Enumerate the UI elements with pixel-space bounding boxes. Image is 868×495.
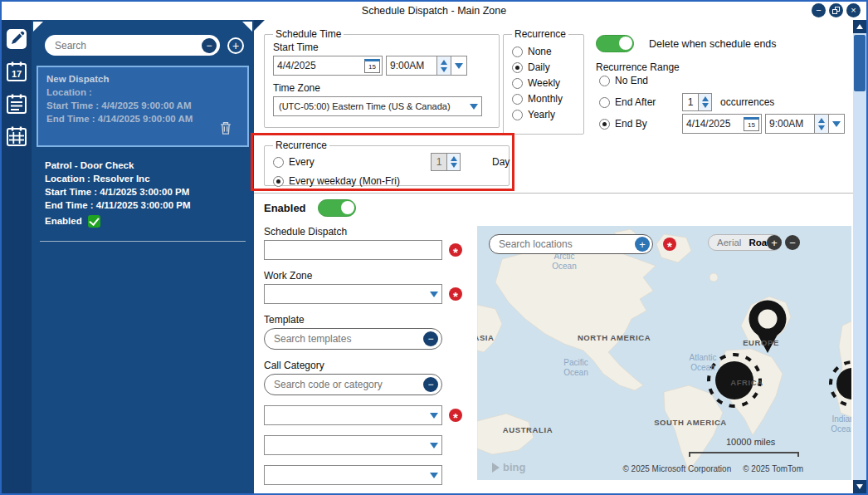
calendar-badge: 17 xyxy=(12,69,22,79)
section-divider xyxy=(254,193,853,194)
start-time-dropdown-button[interactable] xyxy=(451,56,467,76)
map-zoom-out-button[interactable]: − xyxy=(785,235,800,250)
minimize-button[interactable]: − xyxy=(812,3,826,17)
spin-up-icon[interactable] xyxy=(451,156,457,161)
window-controls: − × xyxy=(812,3,861,17)
priority-select[interactable] xyxy=(264,405,442,425)
work-zone-select[interactable] xyxy=(264,284,442,304)
location-map[interactable]: Arctic Ocean ASIA NORTH AMERICA Pacific … xyxy=(477,226,851,480)
toggle-knob xyxy=(341,201,354,214)
dispatch-item-start: Start Time : 4/1/2025 3:00:00 PM xyxy=(45,185,241,198)
restore-button[interactable] xyxy=(829,3,843,17)
chevron-down-icon xyxy=(430,473,438,478)
pattern-option-every[interactable]: Every xyxy=(273,156,315,168)
radio-label: End By xyxy=(615,118,647,130)
schedule-dispatch-input[interactable] xyxy=(265,244,441,256)
template-search-input[interactable] xyxy=(274,333,423,345)
spin-up-icon[interactable] xyxy=(702,96,709,101)
recurrence-option-none[interactable]: None xyxy=(512,46,575,57)
end-by-date-field[interactable]: 15 xyxy=(682,114,762,134)
dispatch-list-item[interactable]: Patrol - Door Check Location : Resolver … xyxy=(37,154,249,233)
recurrence-type-group: Recurrence None Daily Weekly Monthly xyxy=(503,28,584,135)
end-by-date-input[interactable] xyxy=(683,118,744,130)
required-icon: * xyxy=(663,238,676,251)
bing-logo: bing xyxy=(492,461,525,473)
scrollbar-thumb[interactable] xyxy=(854,35,866,91)
add-dispatch-button[interactable]: + xyxy=(227,37,244,54)
item-enabled-label: Enabled xyxy=(45,214,82,228)
occurrences-stepper[interactable]: 1 xyxy=(682,93,712,111)
panel-collapse-handle-left-icon[interactable] xyxy=(33,22,43,32)
template-collapse-button[interactable]: − xyxy=(423,331,438,346)
dropdown-select[interactable] xyxy=(264,465,442,485)
required-icon: * xyxy=(449,243,462,257)
start-date-input[interactable] xyxy=(274,60,364,71)
dispatch-search-input[interactable] xyxy=(55,40,202,51)
end-by-time-spinner[interactable] xyxy=(815,114,829,134)
every-unit-label: Day xyxy=(492,156,510,168)
edit-dispatch-icon[interactable] xyxy=(6,28,27,50)
spin-down-icon[interactable] xyxy=(818,125,825,130)
calendar-picker-icon[interactable]: 15 xyxy=(744,117,759,131)
spin-down-icon[interactable] xyxy=(441,67,447,72)
recurrence-option-monthly[interactable]: Monthly xyxy=(512,93,575,105)
range-option-end-by[interactable]: End By xyxy=(599,118,682,130)
map-search-field[interactable]: + xyxy=(489,234,653,254)
calendar-day-view-icon[interactable]: 17 xyxy=(6,61,27,82)
panel-collapse-handle-right-icon[interactable] xyxy=(242,22,252,32)
dropdown-select[interactable] xyxy=(264,435,442,455)
add-location-button[interactable]: + xyxy=(635,237,650,252)
recurrence-option-yearly[interactable]: Yearly xyxy=(512,109,575,120)
call-category-search-input[interactable] xyxy=(274,379,423,390)
start-time-field[interactable] xyxy=(386,56,437,76)
spin-down-icon[interactable] xyxy=(702,103,709,108)
time-zone-select[interactable]: (UTC-05:00) Eastern Time (US & Canada) xyxy=(273,96,482,116)
dispatch-item-title: New Dispatch xyxy=(46,72,239,86)
main-scrollbar[interactable] xyxy=(853,20,866,493)
search-collapse-button[interactable]: − xyxy=(202,38,217,53)
range-option-end-after[interactable]: End After xyxy=(599,96,682,108)
pattern-option-weekday[interactable]: Every weekday (Mon-Fri) xyxy=(273,175,500,187)
call-category-search-field[interactable]: − xyxy=(264,374,442,395)
every-interval-stepper[interactable]: 1 xyxy=(431,153,461,171)
radio-icon xyxy=(512,62,523,73)
spin-down-icon[interactable] xyxy=(451,163,457,168)
delete-dispatch-button[interactable] xyxy=(217,119,234,140)
minus-icon: − xyxy=(427,334,433,344)
calendar-month-view-icon[interactable] xyxy=(6,125,27,147)
calendar-picker-icon[interactable]: 15 xyxy=(364,59,380,73)
start-date-field[interactable]: 15 xyxy=(273,56,383,76)
enabled-checkbox[interactable] xyxy=(88,215,100,228)
scroll-up-button[interactable] xyxy=(853,20,866,33)
map-search-input[interactable] xyxy=(499,238,635,250)
spin-up-icon[interactable] xyxy=(441,60,447,65)
plus-icon: + xyxy=(771,238,778,248)
enabled-toggle[interactable] xyxy=(318,199,356,217)
end-by-time-dropdown-button[interactable] xyxy=(829,114,845,134)
start-time-input[interactable] xyxy=(387,60,436,71)
call-category-collapse-button[interactable]: − xyxy=(423,377,438,392)
recurrence-option-weekly[interactable]: Weekly xyxy=(512,77,575,89)
dispatch-item-start: Start Time : 4/4/2025 9:00:00 AM xyxy=(46,99,239,112)
end-by-time-field[interactable] xyxy=(765,114,815,134)
schedule-dispatch-field[interactable] xyxy=(264,240,442,260)
occurrences-label: occurrences xyxy=(720,96,774,108)
recurrence-option-daily[interactable]: Daily xyxy=(512,61,575,73)
template-search-field[interactable]: − xyxy=(264,328,442,350)
dispatch-search-field[interactable]: − xyxy=(45,35,220,56)
end-by-time-input[interactable] xyxy=(766,118,814,130)
dispatch-list-item-selected[interactable]: New Dispatch Location : Start Time : 4/4… xyxy=(37,66,249,147)
spin-up-icon[interactable] xyxy=(818,118,825,123)
radio-label: End After xyxy=(615,96,656,108)
scroll-down-button[interactable] xyxy=(853,480,866,493)
plus-icon: + xyxy=(232,40,239,51)
chevron-down-icon xyxy=(470,104,478,110)
map-view-aerial-button[interactable]: Aerial xyxy=(717,238,741,248)
range-option-no-end[interactable]: No End xyxy=(599,75,648,86)
start-time-spinner[interactable] xyxy=(437,56,451,76)
calendar-agenda-view-icon[interactable] xyxy=(6,93,27,115)
every-interval-value: 1 xyxy=(432,154,446,170)
close-button[interactable]: × xyxy=(846,3,861,17)
delete-when-ends-toggle[interactable] xyxy=(596,35,634,52)
map-zoom-in-button[interactable]: + xyxy=(767,235,782,250)
